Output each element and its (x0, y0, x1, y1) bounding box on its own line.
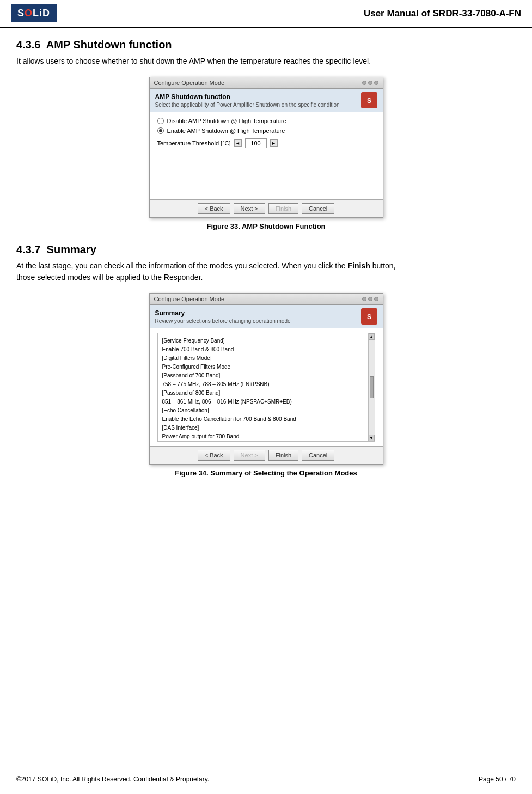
dialog1-icon: S (361, 92, 377, 108)
dialog1-titlebar: Configure Operation Mode (150, 77, 383, 89)
dot5 (368, 297, 372, 301)
dialog1-inner: Disable AMP Shutdown @ High Temperature … (150, 112, 383, 199)
section-437-number: 4.3.7 (16, 243, 40, 255)
summary-line: Power Amp output for 700 Band (162, 432, 370, 441)
radio-enable-circle (157, 127, 164, 134)
section-437-desc: At the last stage, you can check all the… (16, 260, 516, 283)
dialog1-body: AMP Shutdown function Select the applica… (150, 89, 383, 217)
dialog1-cancel-btn[interactable]: Cancel (302, 203, 334, 214)
dialog1-back-btn[interactable]: < Back (198, 203, 230, 214)
footer-page: Page 50 / 70 (479, 775, 516, 783)
page-header: SOLiD User Manual of SRDR-33-7080-A-FN (0, 0, 532, 28)
dot2 (368, 81, 372, 85)
summary-line: [Service Frequency Band] (162, 337, 370, 345)
section-437-finish-bold: Finish (348, 261, 370, 270)
dialog-amp-shutdown: Configure Operation Mode AMP Shutdown fu… (149, 77, 383, 218)
summary-line: Enable the Echo Cancellation for 700 Ban… (162, 415, 370, 424)
threshold-row: Temperature Threshold [°C] ◄ 100 ► (157, 138, 375, 148)
dialog2-titlebar-controls (362, 297, 378, 301)
radio-disable-amp: Disable AMP Shutdown @ High Temperature (157, 118, 375, 124)
section-437-desc-part2: button, (370, 261, 396, 270)
dialog2-next-btn[interactable]: Next > (234, 450, 265, 461)
scroll-thumb[interactable] (370, 376, 374, 398)
dialog2-section-subtitle: Review your selections before changing o… (155, 318, 291, 324)
figure-34-wrapper: Configure Operation Mode Summary Review … (16, 293, 516, 465)
dot6 (374, 297, 378, 301)
svg-text:S: S (366, 97, 371, 105)
dialog2-section-header: Summary Review your selections before ch… (150, 305, 383, 328)
summary-line: Enable 700 Band & 800 Band (162, 345, 370, 354)
dialog2-section-title: Summary (155, 309, 291, 317)
radio-disable-circle (157, 118, 164, 124)
section-437: 4.3.7 Summary At the last stage, you can… (16, 243, 516, 477)
summary-line: 851 – 861 MHz, 806 – 816 MHz (NPSPAC+SMR… (162, 398, 370, 406)
dialog1-section-subtitle: Select the applicability of Power Amplif… (155, 102, 340, 108)
threshold-label: Temperature Threshold [°C] (157, 140, 231, 146)
section-437-desc-part1: At the last stage, you can check all the… (16, 261, 348, 270)
footer-copyright: ©2017 SOLiD, Inc. All Rights Reserved. C… (16, 775, 209, 783)
dialog1-section-title: AMP Shutdown function (155, 93, 340, 101)
section-436-desc: It allows users to choose whether to shu… (16, 56, 516, 67)
scroll-down-arrow[interactable]: ▼ (369, 435, 375, 441)
dialog2-icon: S (361, 308, 377, 325)
radio-enable-amp: Enable AMP Shutdown @ High Temperature (157, 127, 375, 134)
section-437-title: Summary (47, 243, 96, 255)
threshold-increase-btn[interactable]: ► (270, 139, 278, 147)
section-437-desc-line2: those selected modes will be applied to … (16, 273, 203, 282)
dialog2-titlebar: Configure Operation Mode (150, 294, 383, 305)
page-footer: ©2017 SOLiD, Inc. All Rights Reserved. C… (16, 772, 516, 783)
dialog2-finish-btn[interactable]: Finish (268, 450, 298, 461)
dialog2-header-text: Summary Review your selections before ch… (155, 309, 291, 324)
dialog1-title-text: Configure Operation Mode (154, 80, 225, 86)
summary-text: [Service Frequency Band] Enable 700 Band… (158, 333, 375, 441)
svg-text:S: S (366, 313, 371, 321)
figure-33-caption: Figure 33. AMP Shutdown Function (16, 222, 516, 230)
radio-disable-label: Disable AMP Shutdown @ High Temperature (167, 118, 286, 124)
section-436-heading: 4.3.6 AMP Shutdown function (16, 39, 516, 51)
section-436-title: AMP Shutdown function (46, 39, 172, 51)
summary-content-area: [Service Frequency Band] Enable 700 Band… (157, 333, 375, 442)
dialog2-body: Summary Review your selections before ch… (150, 305, 383, 464)
dialog2-title-text: Configure Operation Mode (154, 296, 225, 302)
company-logo: SOLiD (11, 4, 57, 22)
summary-line: Pre-Configured Filters Mode (162, 363, 370, 371)
section-436-number: 4.3.6 (16, 39, 40, 51)
scroll-up-arrow[interactable]: ▲ (369, 333, 375, 340)
figure-34-caption: Figure 34. Summary of Selecting the Oper… (16, 469, 516, 477)
dialog2-back-btn[interactable]: < Back (198, 450, 230, 461)
dialog1-footer: < Back Next > Finish Cancel (150, 199, 383, 217)
summary-line: [DAS Interface] (162, 424, 370, 432)
dot3 (374, 81, 378, 85)
dialog1-next-btn[interactable]: Next > (234, 203, 265, 214)
document-title: User Manual of SRDR-33-7080-A-FN (68, 8, 521, 19)
dialog2-cancel-btn[interactable]: Cancel (302, 450, 334, 461)
summary-line: [Digital Filters Mode] (162, 354, 370, 363)
dialog2-footer: < Back Next > Finish Cancel (150, 446, 383, 464)
summary-line: 758 – 775 MHz, 788 – 805 MHz (FN+PSNB) (162, 380, 370, 389)
main-content: 4.3.6 AMP Shutdown function It allows us… (0, 33, 532, 501)
figure-33-wrapper: Configure Operation Mode AMP Shutdown fu… (16, 77, 516, 218)
summary-line: [Passband of 800 Band] (162, 389, 370, 398)
radio-enable-label: Enable AMP Shutdown @ High Temperature (167, 127, 285, 134)
summary-line: [Passband of 700 Band] (162, 371, 370, 380)
section-437-heading: 4.3.7 Summary (16, 243, 516, 256)
threshold-value[interactable]: 100 (245, 138, 267, 148)
threshold-decrease-btn[interactable]: ◄ (234, 139, 242, 147)
dot1 (362, 81, 366, 85)
dialog-summary: Configure Operation Mode Summary Review … (149, 293, 383, 465)
dialog1-header-text: AMP Shutdown function Select the applica… (155, 93, 340, 108)
section-436: 4.3.6 AMP Shutdown function It allows us… (16, 39, 516, 230)
dialog1-titlebar-controls (362, 81, 378, 85)
summary-scrollbar[interactable]: ▲ ▼ (368, 333, 375, 441)
dialog1-finish-btn[interactable]: Finish (268, 203, 298, 214)
summary-line: [Echo Cancellation] (162, 406, 370, 415)
dot4 (362, 297, 366, 301)
dialog1-section-header: AMP Shutdown function Select the applica… (150, 89, 383, 112)
